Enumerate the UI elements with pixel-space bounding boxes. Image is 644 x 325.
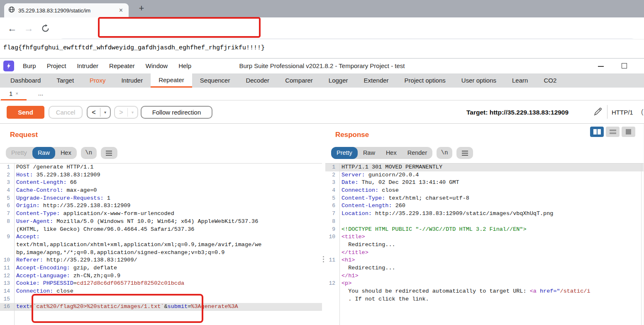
code-line[interactable]: text/html,application/xhtml+xml,applicat… xyxy=(0,241,322,249)
line-content[interactable]: </h1> xyxy=(338,272,644,280)
line-content[interactable]: Redirecting... xyxy=(338,241,644,249)
layout-columns-button[interactable] xyxy=(590,127,604,137)
main-tab-learn[interactable]: Learn xyxy=(504,73,536,88)
code-line[interactable]: 5Upgrade-Insecure-Requests: 1 xyxy=(0,195,322,203)
menu-intruder[interactable]: Intruder xyxy=(71,59,104,73)
minimize-button[interactable] xyxy=(598,66,604,67)
menu-project[interactable]: Project xyxy=(41,59,72,73)
code-line[interactable]: 11Accept-Encoding: gzip, deflate xyxy=(0,264,322,272)
history-back-icon[interactable]: < xyxy=(88,109,100,116)
cancel-button[interactable]: Cancel xyxy=(49,106,83,119)
code-line[interactable]: 7Location: http://35.229.138.83:12909/st… xyxy=(325,210,644,218)
editor-menu-icon[interactable] xyxy=(101,147,117,159)
code-line[interactable]: (KHTML, like Gecko) Chrome/96.0.4664.45 … xyxy=(0,226,322,234)
code-line[interactable]: 12<p> xyxy=(325,280,644,288)
line-content[interactable]: Connection: close xyxy=(338,187,644,195)
code-line[interactable]: 10Referer: http://35.229.138.83:12909/ xyxy=(0,257,322,264)
main-tab-sequencer[interactable]: Sequencer xyxy=(192,73,238,88)
main-tab-dashboard[interactable]: Dashboard xyxy=(2,73,49,88)
code-line[interactable]: 8User-Agent: Mozilla/5.0 (Windows NT 10.… xyxy=(0,218,322,226)
line-content[interactable]: Redirecting... xyxy=(338,264,644,272)
code-line[interactable]: 8 xyxy=(325,218,644,226)
main-tab-user-options[interactable]: User options xyxy=(454,73,504,88)
repeater-tab-more[interactable]: ... xyxy=(30,88,51,100)
code-line[interactable]: 6Content-Length: 260 xyxy=(325,202,644,210)
view-hex[interactable]: Hex xyxy=(381,147,402,159)
menu-help[interactable]: Help xyxy=(173,59,197,73)
line-content[interactable]: Location: http://35.229.138.83:12909/sta… xyxy=(338,210,644,218)
main-tab-target[interactable]: Target xyxy=(49,73,82,88)
line-content[interactable]: POST /generate HTTP/1.1 xyxy=(12,164,322,171)
reload-button[interactable] xyxy=(40,23,51,34)
follow-redirection-button[interactable]: Follow redirection xyxy=(141,106,212,119)
show-newlines-button[interactable]: \n xyxy=(81,147,97,159)
edit-target-pencil-icon[interactable] xyxy=(593,107,603,117)
repeater-tab-1[interactable]: 1× xyxy=(1,88,27,100)
http-version-label[interactable]: HTTP/1 xyxy=(612,109,633,116)
code-line[interactable]: 3Date: Thu, 02 Dec 2021 13:41:40 GMT xyxy=(325,179,644,187)
code-line[interactable]: . If not click the link. xyxy=(325,296,644,303)
layout-single-button[interactable] xyxy=(622,127,635,137)
code-line[interactable]: 1HTTP/1.1 301 MOVED PERMANENTLY xyxy=(325,164,644,171)
code-line[interactable]: You should be redirected automatically t… xyxy=(325,288,644,296)
editor-menu-icon[interactable] xyxy=(456,147,473,159)
code-line[interactable]: 9<!DOCTYPE HTML PUBLIC "-//W3C//DTD HTML… xyxy=(325,226,644,234)
line-content[interactable]: Server: gunicorn/20.0.4 xyxy=(338,171,644,179)
code-line[interactable]: Redirecting... xyxy=(325,264,644,272)
code-line[interactable]: 10<title> xyxy=(325,233,644,241)
line-content[interactable]: </title> xyxy=(338,249,644,257)
menu-window[interactable]: Window xyxy=(140,59,173,73)
line-content[interactable]: Content-Length: 260 xyxy=(338,202,644,210)
menu-repeater[interactable]: Repeater xyxy=(104,59,140,73)
main-tab-repeater[interactable]: Repeater xyxy=(151,73,192,88)
panel-splitter[interactable] xyxy=(322,124,325,325)
line-content[interactable]: text/html,application/xhtml+xml,applicat… xyxy=(12,241,322,249)
code-line[interactable]: 5Content-Type: text/html; charset=utf-8 xyxy=(325,195,644,203)
browser-tab[interactable]: 35.229.138.83:12909/static/im × xyxy=(4,3,129,17)
main-tab-extender[interactable]: Extender xyxy=(356,73,397,88)
view-raw[interactable]: Raw xyxy=(32,147,55,159)
layout-rows-button[interactable] xyxy=(606,127,620,137)
code-line[interactable]: bp,image/apng,*/*;q=0.8,application/sign… xyxy=(0,249,322,257)
line-content[interactable]: Host: 35.229.138.83:12909 xyxy=(12,171,322,179)
back-button[interactable]: ← xyxy=(7,23,17,34)
code-line[interactable]: 4Cache-Control: max-age=0 xyxy=(0,187,322,195)
main-tab-intruder[interactable]: Intruder xyxy=(113,73,151,88)
line-content[interactable]: Cookie: PHPSESSID=cd127d8c6df065771bbf82… xyxy=(12,280,322,288)
code-line[interactable]: </title> xyxy=(325,249,644,257)
history-forward-icon[interactable]: > xyxy=(115,109,127,116)
main-tab-comparer[interactable]: Comparer xyxy=(277,73,321,88)
line-content[interactable]: <!DOCTYPE HTML PUBLIC "-//W3C//DTD HTML … xyxy=(338,226,644,234)
line-content[interactable]: Accept: xyxy=(12,233,322,241)
response-editor[interactable]: 1HTTP/1.1 301 MOVED PERMANENTLY2Server: … xyxy=(325,163,644,325)
line-content[interactable]: Date: Thu, 02 Dec 2021 13:41:40 GMT xyxy=(338,179,644,187)
code-line[interactable]: Redirecting... xyxy=(325,241,644,249)
line-content[interactable]: (KHTML, like Gecko) Chrome/96.0.4664.45 … xyxy=(12,226,322,234)
main-tab-project-options[interactable]: Project options xyxy=(397,73,454,88)
line-content[interactable]: Content-Type: text/html; charset=utf-8 xyxy=(338,195,644,203)
code-line[interactable]: 13Cookie: PHPSESSID=cd127d8c6df065771bbf… xyxy=(0,280,322,288)
line-content[interactable]: Accept-Language: zh-CN,zh;q=0.9 xyxy=(12,272,322,280)
code-line[interactable]: 2Server: gunicorn/20.0.4 xyxy=(325,171,644,179)
view-pretty[interactable]: Pretty xyxy=(331,147,358,159)
view-raw[interactable]: Raw xyxy=(358,147,381,159)
line-content[interactable]: Accept-Encoding: gzip, deflate xyxy=(12,264,322,272)
main-tab-co2[interactable]: CO2 xyxy=(536,73,564,88)
code-line[interactable]: 9Accept: xyxy=(0,233,322,241)
forward-button[interactable]: → xyxy=(23,23,34,34)
splitter-grip-icon[interactable] xyxy=(323,255,324,264)
line-content[interactable]: bp,image/apng,*/*;q=0.8,application/sign… xyxy=(12,249,322,257)
code-line[interactable]: 11<h1> xyxy=(325,257,644,264)
view-pretty[interactable]: Pretty xyxy=(6,147,32,159)
maximize-button[interactable] xyxy=(622,63,627,68)
main-tab-decoder[interactable]: Decoder xyxy=(238,73,277,88)
line-content[interactable]: Referer: http://35.229.138.83:12909/ xyxy=(12,257,322,264)
menu-burp[interactable]: Burp xyxy=(17,59,41,73)
code-line[interactable]: 7Content-Type: application/x-www-form-ur… xyxy=(0,210,322,218)
line-content[interactable]: Cache-Control: max-age=0 xyxy=(12,187,322,195)
tab-close-icon[interactable]: × xyxy=(117,7,124,14)
view-hex[interactable]: Hex xyxy=(55,147,77,159)
line-content[interactable]: HTTP/1.1 301 MOVED PERMANENTLY xyxy=(338,164,644,171)
history-back-button[interactable]: < ▾ xyxy=(87,106,111,119)
history-forward-button[interactable]: > ▾ xyxy=(114,106,138,119)
